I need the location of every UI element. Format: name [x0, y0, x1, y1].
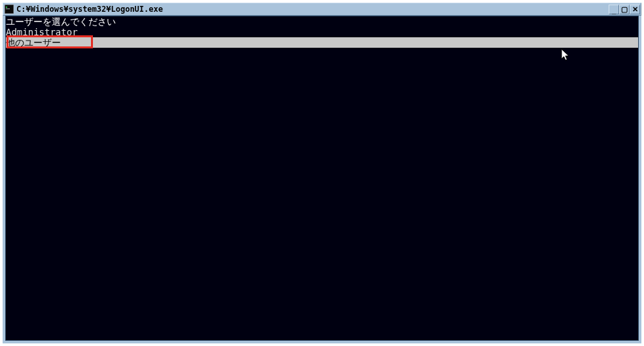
minimize-button[interactable]: _	[609, 5, 619, 14]
app-icon	[5, 5, 14, 14]
titlebar[interactable]: C:¥Windows¥system32¥LogonUI.exe _ ▢ ✕	[3, 3, 641, 16]
window-border: ユーザーを選んでください Administrator 他のユーザー	[3, 16, 641, 343]
window-title: C:¥Windows¥system32¥LogonUI.exe	[16, 5, 609, 14]
window-controls: _ ▢ ✕	[609, 5, 640, 14]
close-button[interactable]: ✕	[630, 5, 640, 14]
console-window: C:¥Windows¥system32¥LogonUI.exe _ ▢ ✕ ユー…	[3, 3, 641, 343]
maximize-button[interactable]: ▢	[619, 5, 630, 14]
svg-rect-2	[6, 9, 10, 9]
user-row-other-user[interactable]: 他のユーザー	[6, 37, 638, 48]
svg-rect-1	[6, 7, 7, 8]
user-row-administrator[interactable]: Administrator	[6, 27, 638, 37]
console-client-area[interactable]: ユーザーを選んでください Administrator 他のユーザー	[5, 16, 639, 341]
logon-prompt: ユーザーを選んでください	[6, 16, 638, 27]
